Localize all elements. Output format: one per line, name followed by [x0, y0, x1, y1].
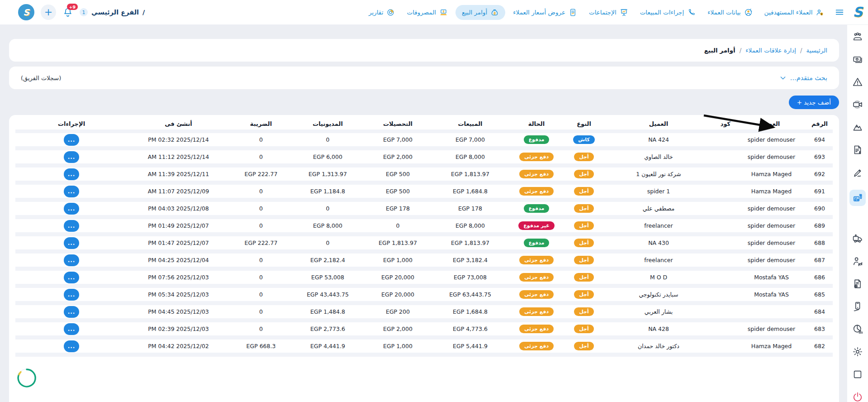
- actions-cell: ...: [15, 340, 128, 357]
- nav-item-label: إجراءات المبيعات: [640, 9, 684, 16]
- row-actions-button[interactable]: ...: [64, 323, 79, 335]
- row-actions-button[interactable]: ...: [64, 289, 79, 301]
- debts-amount: EGP 6,000: [293, 150, 363, 168]
- nav-item-money-bag[interactable]: أوامر البيع: [455, 5, 505, 20]
- row-actions-button[interactable]: ...: [64, 134, 79, 146]
- order-code: [715, 254, 736, 271]
- nav-item-phone[interactable]: إجراءات المبيعات: [636, 5, 700, 20]
- debts-amount: 0: [293, 202, 363, 219]
- phone-pay-icon[interactable]: [852, 301, 863, 312]
- actions-cell: ...: [15, 185, 128, 202]
- video-icon[interactable]: [852, 99, 863, 110]
- nav-item-laptop-dollar[interactable]: المصروفات: [403, 5, 452, 20]
- nav-item-label: بيانات العملاء: [707, 9, 740, 16]
- breadcrumb-home-link[interactable]: الرئيسية: [806, 47, 828, 54]
- order-code: [715, 271, 736, 288]
- avatar[interactable]: S: [18, 4, 34, 20]
- truck-icon[interactable]: [852, 233, 863, 244]
- checkbox-icon[interactable]: [852, 369, 863, 380]
- row-actions-button[interactable]: ...: [64, 220, 79, 232]
- user-sync-icon[interactable]: [852, 256, 863, 267]
- sales-amount: EGP 7,000: [433, 133, 508, 150]
- branch-selector[interactable]: 1 الفرع الرئيسي /: [80, 8, 145, 16]
- row-actions-button[interactable]: ...: [64, 203, 79, 215]
- breadcrumb-crm-link[interactable]: إدارة علاقات العملاء: [745, 47, 796, 54]
- nav-item-label: تقارير: [369, 9, 383, 16]
- notifications-count-badge: +9: [67, 4, 78, 10]
- column-header: العميل: [602, 118, 715, 133]
- tax-amount: EGP 222.77: [229, 236, 293, 254]
- collections-amount: EGP 20,000: [363, 288, 433, 305]
- member-name: [736, 305, 806, 322]
- nav-item-quote-doc[interactable]: عروض أسعار العملاء: [509, 5, 581, 20]
- status-badge: غير مدفوع: [518, 221, 554, 230]
- menu-icon[interactable]: [835, 7, 844, 17]
- nav-item-presentation[interactable]: الإجتماعات: [585, 5, 632, 20]
- status-cell: دفع جزئى: [508, 271, 565, 288]
- actions-cell: ...: [15, 288, 128, 305]
- nav-item-user-card[interactable]: بيانات العملاء: [703, 5, 756, 20]
- row-actions-button[interactable]: ...: [64, 272, 79, 283]
- status-badge: دفع جزئى: [519, 342, 554, 350]
- row-actions-button[interactable]: ...: [64, 168, 79, 180]
- notifications-button[interactable]: +9: [62, 7, 73, 18]
- member-name: spider demouser: [736, 150, 806, 168]
- tax-amount: EGP 222.77: [229, 168, 293, 185]
- breadcrumb-card: الرئيسية / إدارة علاقات العملاء / أوامر …: [9, 39, 839, 62]
- type-cell: أجل: [565, 288, 602, 305]
- type-badge: أجل: [574, 325, 594, 333]
- row-actions-button[interactable]: ...: [64, 151, 79, 163]
- order-number: 686: [806, 271, 833, 288]
- warning-icon[interactable]: [852, 77, 863, 87]
- type-cell: أجل: [565, 185, 602, 202]
- mountain-icon[interactable]: [852, 122, 863, 133]
- add-new-button[interactable]: + أضف جديد: [789, 96, 839, 109]
- breadcrumb: الرئيسية / إدارة علاقات العملاء / أوامر …: [704, 47, 827, 54]
- row-actions-button[interactable]: ...: [64, 340, 79, 352]
- client-name: spider 1: [602, 185, 715, 202]
- settings-icon[interactable]: [852, 346, 863, 357]
- row-actions-button[interactable]: ...: [64, 186, 79, 197]
- cash-icon[interactable]: [852, 54, 863, 65]
- client-name: freelancer: [602, 254, 715, 271]
- quick-add-button[interactable]: +: [41, 5, 56, 20]
- order-code: [715, 340, 736, 357]
- order-code: [715, 219, 736, 236]
- collections-amount: EGP 1,813.97: [363, 236, 433, 254]
- column-header: العضو: [736, 118, 806, 133]
- member-name: Mostafa YAS: [736, 288, 806, 305]
- power-icon[interactable]: [852, 392, 863, 402]
- created-at: AM 11:12 2025/12/14: [128, 150, 229, 168]
- type-cell: كاش: [565, 133, 602, 150]
- status-badge: دفع جزئى: [519, 170, 554, 178]
- document-add-icon[interactable]: [852, 278, 863, 289]
- debts-amount: EGP 8,000: [293, 219, 363, 236]
- table-row: 688spider demouserNA 430أجلمدفوعEGP 1,81…: [15, 236, 833, 254]
- cash-register-icon[interactable]: [849, 190, 866, 206]
- add-new-label: + أضف جديد: [797, 99, 831, 106]
- member-name: spider demouser: [736, 202, 806, 219]
- brand-logo[interactable]: S: [853, 5, 863, 19]
- nav-item-donut-chart[interactable]: تقارير: [365, 5, 399, 20]
- row-actions-button[interactable]: ...: [64, 306, 79, 318]
- client-name: دكتور خالد حمدان: [602, 340, 715, 357]
- column-header: أنشئ فى: [128, 118, 229, 133]
- created-at: PM 01:47 2025/12/07: [128, 236, 229, 254]
- row-actions-button[interactable]: ...: [64, 237, 79, 249]
- people-group-icon[interactable]: [852, 31, 863, 42]
- type-cell: أجل: [565, 219, 602, 236]
- nav-item-user-dollar[interactable]: العملاء المستهدفين: [760, 5, 829, 20]
- sales-amount: EGP 178: [433, 202, 508, 219]
- invoice-dollar-icon[interactable]: [852, 144, 863, 155]
- created-at: PM 05:34 2025/12/03: [128, 288, 229, 305]
- debts-amount: EGP 1,484.8: [293, 305, 363, 322]
- order-code: [715, 288, 736, 305]
- signature-icon[interactable]: [852, 167, 863, 178]
- collections-amount: EGP 2,000: [363, 322, 433, 340]
- debts-amount: EGP 43,443.75: [293, 288, 363, 305]
- chart-icon[interactable]: [852, 324, 863, 335]
- advanced-search-toggle[interactable]: بحث متقدم...: [779, 74, 827, 81]
- column-header: التحصيلات: [363, 118, 433, 133]
- client-name: مصطفي علي: [602, 202, 715, 219]
- row-actions-button[interactable]: ...: [64, 254, 79, 266]
